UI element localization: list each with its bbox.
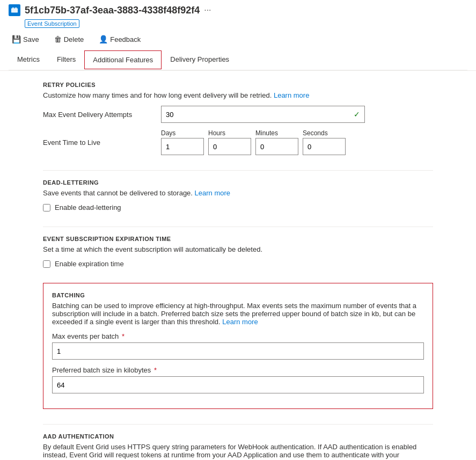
resource-icon — [9, 4, 20, 16]
minutes-field: Minutes — [255, 129, 298, 155]
event-ttl-label: Event Time to Live — [43, 138, 161, 147]
retry-policies-section: RETRY POLICIES Customize how many times … — [43, 82, 433, 155]
delete-icon: 🗑 — [54, 35, 62, 43]
expiration-desc-text: Set a time at which the event subscripti… — [43, 245, 262, 253]
max-attempts-dropdown[interactable]: 30 — [162, 106, 354, 122]
days-label: Days — [161, 129, 204, 137]
resource-title: 5f1cb75b-37af-3eaa-3883-4338f48f92f4 — [25, 5, 200, 16]
retry-policies-description: Customize how many times and for how lon… — [43, 91, 433, 99]
delete-label: Delete — [64, 35, 84, 43]
hours-field: Hours — [208, 129, 251, 155]
expiration-checkbox[interactable] — [43, 260, 50, 268]
expiration-checkbox-label[interactable]: Enable expiration time — [55, 260, 124, 268]
batching-section: BATCHING Batching can be used to improve… — [43, 283, 433, 409]
dead-lettering-checkbox-label[interactable]: Enable dead-lettering — [55, 203, 121, 211]
dead-lettering-desc-text: Save events that cannot be delivered to … — [43, 189, 195, 197]
aad-description: By default Event Grid uses HTTPS query s… — [43, 443, 433, 460]
seconds-label: Seconds — [303, 129, 346, 137]
dead-lettering-learn-more[interactable]: Learn more — [195, 189, 230, 197]
hours-input[interactable] — [208, 138, 251, 155]
max-events-field-label: Max events per batch * — [52, 332, 424, 340]
aad-section: AAD AUTHENTICATION By default Event Grid… — [43, 433, 433, 460]
time-fields: Days Hours Minutes Seconds — [161, 129, 346, 155]
divider-1 — [43, 170, 433, 171]
expiration-title: EVENT SUBSCRIPTION EXPIRATION TIME — [43, 236, 433, 242]
seconds-input[interactable] — [303, 138, 346, 155]
feedback-icon: 👤 — [99, 35, 108, 43]
tab-metrics[interactable]: Metrics — [9, 50, 48, 70]
resource-subtitle: Event Subscription — [25, 19, 79, 28]
batching-learn-more[interactable]: Learn more — [222, 318, 258, 326]
max-events-label-text: Max events per batch — [52, 332, 119, 340]
dead-lettering-title: DEAD-LETTERING — [43, 179, 433, 186]
tab-delivery-properties[interactable]: Delivery Properties — [162, 50, 238, 70]
max-attempts-row: Max Event Delivery Attempts 30 ✓ — [43, 106, 433, 123]
main-content: RETRY POLICIES Customize how many times … — [0, 71, 476, 460]
expiration-section: EVENT SUBSCRIPTION EXPIRATION TIME Set a… — [43, 236, 433, 268]
aad-title: AAD AUTHENTICATION — [43, 433, 433, 440]
max-events-required: * — [122, 332, 125, 340]
minutes-input[interactable] — [255, 138, 298, 155]
batch-size-label-text: Preferred batch size in kilobytes — [52, 366, 151, 374]
svg-rect-0 — [11, 9, 18, 13]
retry-policies-learn-more[interactable]: Learn more — [274, 91, 309, 99]
retry-policies-title: RETRY POLICIES — [43, 82, 433, 88]
batch-size-field-label: Preferred batch size in kilobytes * — [52, 366, 424, 374]
tab-additional-features[interactable]: Additional Features — [84, 50, 162, 69]
feedback-button[interactable]: 👤 Feedback — [96, 33, 144, 46]
save-button[interactable]: 💾 Save — [9, 33, 42, 46]
dead-lettering-section: DEAD-LETTERING Save events that cannot b… — [43, 179, 433, 211]
max-attempts-label: Max Event Delivery Attempts — [43, 111, 161, 119]
ellipsis-menu[interactable]: ··· — [204, 5, 211, 15]
days-field: Days — [161, 129, 204, 155]
max-attempts-select[interactable]: 30 ✓ — [161, 106, 365, 123]
toolbar: 💾 Save 🗑 Delete 👤 Feedback — [9, 30, 467, 49]
divider-3 — [43, 424, 433, 425]
tab-bar: Metrics Filters Additional Features Deli… — [9, 50, 467, 70]
max-events-input[interactable] — [52, 342, 424, 360]
batch-size-input[interactable] — [52, 376, 424, 393]
minutes-label: Minutes — [255, 129, 298, 137]
retry-policies-desc-text: Customize how many times and for how lon… — [43, 91, 274, 99]
dead-lettering-checkbox-row: Enable dead-lettering — [43, 203, 433, 211]
expiration-description: Set a time at which the event subscripti… — [43, 245, 433, 253]
feedback-label: Feedback — [110, 35, 141, 43]
batching-title: BATCHING — [52, 292, 424, 298]
expiration-checkbox-row: Enable expiration time — [43, 260, 433, 268]
svg-rect-1 — [12, 8, 14, 9]
dead-lettering-description: Save events that cannot be delivered to … — [43, 189, 433, 197]
check-icon: ✓ — [354, 110, 364, 119]
save-label: Save — [23, 35, 39, 43]
dead-lettering-checkbox[interactable] — [43, 204, 50, 211]
hours-label: Hours — [208, 129, 251, 137]
divider-2 — [43, 227, 433, 227]
batch-size-required: * — [154, 366, 157, 374]
seconds-field: Seconds — [303, 129, 346, 155]
aad-desc-text: By default Event Grid uses HTTPS query s… — [43, 443, 416, 460]
max-events-field-group: Max events per batch * — [52, 332, 424, 360]
delete-button[interactable]: 🗑 Delete — [51, 33, 87, 46]
batching-description: Batching can be used to improve efficien… — [52, 302, 424, 326]
svg-rect-2 — [15, 8, 17, 9]
days-input[interactable] — [161, 138, 204, 155]
event-ttl-row: Event Time to Live Days Hours Minutes Se… — [43, 129, 433, 155]
tab-filters[interactable]: Filters — [48, 50, 84, 70]
resource-header: 5f1cb75b-37af-3eaa-3883-4338f48f92f4 ··· — [9, 4, 467, 16]
save-icon: 💾 — [12, 35, 21, 43]
batch-size-field-group: Preferred batch size in kilobytes * — [52, 366, 424, 393]
top-bar: 5f1cb75b-37af-3eaa-3883-4338f48f92f4 ···… — [0, 0, 476, 71]
